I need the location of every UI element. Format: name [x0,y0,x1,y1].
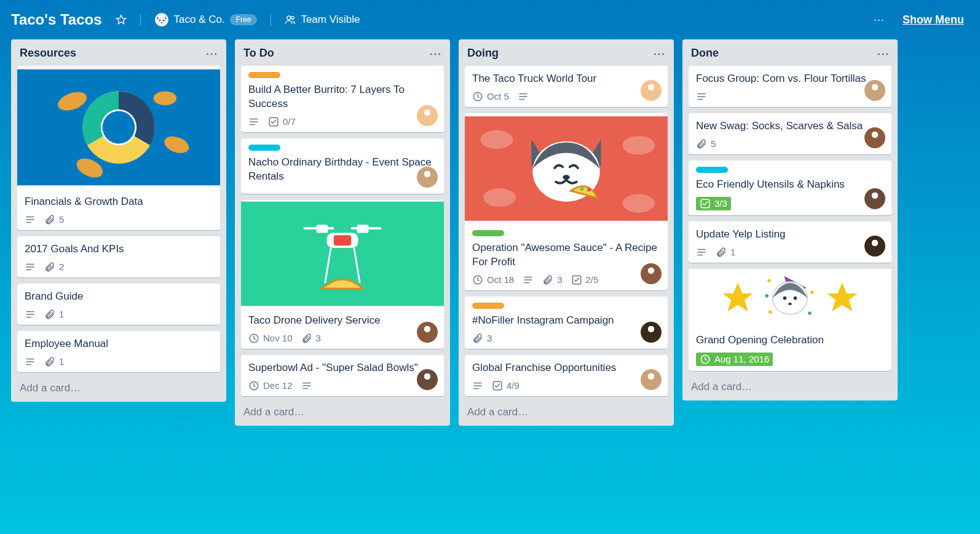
list-title[interactable]: Resources [20,47,76,60]
card[interactable]: Nacho Ordinary Birthday - Event Space Re… [241,138,444,194]
team-button[interactable]: Taco & Co. Free [149,10,263,30]
card-title: Update Yelp Listing [696,228,884,242]
checklist-icon [268,116,279,127]
card[interactable]: Global Franchise Opportunities4/9 [465,355,668,396]
clock-icon [248,380,259,391]
card-title: New Swag: Socks, Scarves & Salsa [696,119,884,134]
member-avatar[interactable] [641,322,662,343]
card[interactable]: Eco Friendly Utensils & Napkins3/3 [689,161,891,215]
card[interactable]: 2017 Goals And KPIs2 [17,236,220,277]
description-badge [25,214,36,225]
svg-point-25 [480,130,513,149]
card[interactable]: Build A Better Burrito: 7 Layers To Succ… [241,66,444,132]
attachments-badge: 5 [696,138,716,149]
add-card-button[interactable]: Add a card… [235,399,450,426]
card-cover-image [17,66,220,189]
list-header: Doing ⋯ [459,39,674,63]
description-icon [25,261,36,273]
member-avatar[interactable] [417,369,438,390]
card[interactable]: Operation "Awesome Sauce" - A Recipe For… [465,113,668,290]
svg-marker-0 [116,15,125,24]
member-avatar[interactable] [641,80,662,101]
svg-point-10 [103,111,135,144]
attachment-icon [696,138,707,149]
card[interactable]: The Taco Truck World TourOct 5 [465,66,668,107]
description-badge [248,116,259,127]
member-avatar[interactable] [417,105,438,126]
member-avatar[interactable] [864,80,885,101]
card[interactable]: Brand Guide1 [17,284,220,325]
description-badge [696,91,707,102]
visibility-label: Team Visible [301,14,360,26]
card-title: Brand Guide [25,290,213,304]
visibility-button[interactable]: Team Visible [280,11,365,28]
add-card-button[interactable]: Add a card… [11,375,226,402]
label-cyan[interactable] [248,145,280,151]
member-avatar[interactable] [864,236,885,257]
card-badges: 3/3 [696,197,884,210]
card-badges: 1 [25,356,213,367]
due-badge: Nov 10 [248,333,293,344]
member-avatar[interactable] [417,322,438,343]
card[interactable]: #NoFiller Instagram Campaign3 [465,297,668,349]
card[interactable]: Financials & Growth Data5 [17,66,220,230]
card-badges: 1 [25,309,213,320]
card-badges: Oct 1832/5 [472,274,660,285]
team-name: Taco & Co. [174,14,225,26]
board-canvas: Resources ⋯ Financials & Growth Data5201… [0,39,980,534]
svg-point-42 [810,290,814,294]
member-avatar[interactable] [417,167,438,188]
card[interactable]: Employee Manual1 [17,331,220,372]
list-menu-button[interactable]: ⋯ [429,47,441,60]
attachments-badge: 1 [44,356,64,367]
checklist-icon [700,198,711,209]
card[interactable]: Focus Group: Corn vs. Flour Tortillas [689,66,891,107]
card[interactable]: Superbowl Ad - "Super Salad Bowls"Dec 12 [241,355,444,396]
attachments-badge: 3 [301,333,321,344]
svg-point-44 [808,311,812,315]
member-avatar[interactable] [864,188,885,209]
attachment-icon [44,261,55,273]
card-badges: 5 [25,214,213,225]
card-title: 2017 Goals And KPIs [25,242,213,257]
list-title[interactable]: Done [691,47,719,60]
svg-point-41 [767,279,771,282]
member-avatar[interactable] [864,127,885,148]
board-menu-ellipsis[interactable]: ⋯ [869,11,889,29]
show-menu-button[interactable]: Show Menu [898,11,969,29]
star-button[interactable] [111,12,132,28]
card-title: Employee Manual [25,337,213,351]
list: Resources ⋯ Financials & Growth Data5201… [11,39,226,402]
description-icon [523,274,534,285]
card-title: Nacho Ordinary Birthday - Event Space Re… [248,156,437,184]
list-menu-button[interactable]: ⋯ [653,47,665,60]
card[interactable]: Taco Drone Delivery ServiceNov 103 [241,200,444,349]
clock-icon [472,274,483,285]
description-icon [301,380,312,391]
card[interactable]: Update Yelp Listing1 [689,221,891,263]
clock-icon [700,354,711,365]
label-orange[interactable] [248,72,280,78]
add-card-button[interactable]: Add a card… [682,373,898,400]
checklist-badge: 2/5 [571,274,599,285]
card-badges [696,91,884,102]
list-title[interactable]: Doing [467,47,499,60]
member-avatar[interactable] [641,263,662,284]
list-menu-button[interactable]: ⋯ [205,47,218,60]
label-cyan[interactable] [696,167,728,173]
card-labels [472,230,660,236]
list-title[interactable]: To Do [243,47,274,60]
label-orange[interactable] [472,303,504,309]
svg-point-40 [788,303,792,305]
member-avatar[interactable] [641,369,662,390]
card[interactable]: Grand Opening CelebrationAug 11, 2016 [689,269,891,371]
board-title[interactable]: Taco's Tacos [11,11,102,28]
card-title: Build A Better Burrito: 7 Layers To Succ… [248,83,437,111]
label-green[interactable] [472,230,504,236]
description-icon [472,380,483,391]
add-card-button[interactable]: Add a card… [459,399,674,426]
card[interactable]: New Swag: Socks, Scarves & Salsa5 [689,113,891,154]
list-menu-button[interactable]: ⋯ [877,47,889,60]
description-icon [25,214,36,225]
attachments-badge: 1 [44,309,64,320]
